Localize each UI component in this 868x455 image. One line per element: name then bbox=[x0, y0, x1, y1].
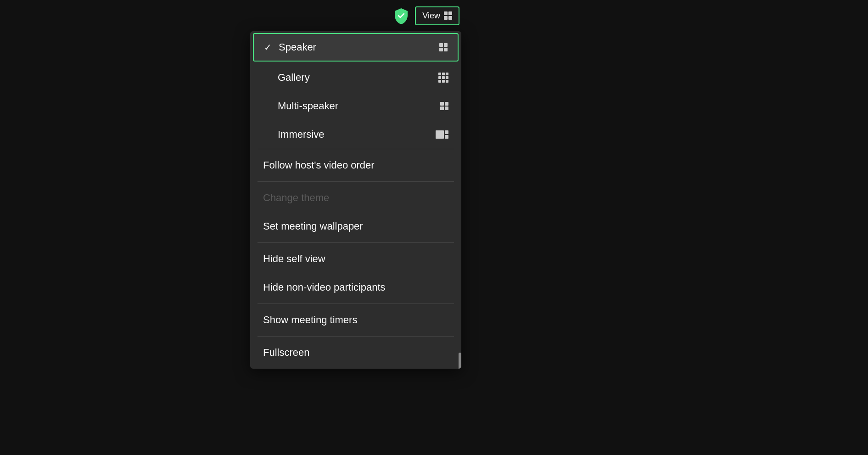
menu-item-speaker-label: Speaker bbox=[279, 41, 316, 53]
menu-item-immersive[interactable]: ✓ Immersive bbox=[250, 120, 461, 149]
menu-item-change-theme-label: Change theme bbox=[263, 192, 329, 204]
view-grid-icon bbox=[444, 11, 452, 20]
view-section: Hide self view Hide non-video participan… bbox=[250, 243, 461, 303]
menu-item-speaker-left: ✓ Speaker bbox=[264, 41, 316, 53]
menu-item-hide-self-left: Hide self view bbox=[263, 253, 325, 265]
menu-item-follow-host-label: Follow host's video order bbox=[263, 159, 375, 171]
menu-item-speaker[interactable]: ✓ Speaker bbox=[253, 33, 459, 62]
check-icon: ✓ bbox=[264, 42, 273, 53]
menu-item-immersive-label: Immersive bbox=[278, 129, 324, 140]
menu-item-fullscreen[interactable]: Fullscreen bbox=[250, 338, 461, 367]
top-right-controls: View bbox=[391, 6, 459, 26]
menu-item-fullscreen-label: Fullscreen bbox=[263, 347, 309, 359]
menu-item-change-theme: Change theme bbox=[250, 184, 461, 212]
menu-item-gallery-label: Gallery bbox=[278, 72, 310, 84]
menu-item-follow-host[interactable]: Follow host's video order bbox=[250, 151, 461, 180]
menu-item-gallery[interactable]: ✓ Gallery bbox=[250, 63, 461, 92]
gallery-icon bbox=[438, 73, 448, 83]
menu-item-timers-label: Show meeting timers bbox=[263, 314, 357, 326]
menu-item-multi-speaker[interactable]: ✓ Multi-speaker bbox=[250, 92, 461, 120]
view-button-label: View bbox=[422, 11, 440, 21]
menu-item-timers-left: Show meeting timers bbox=[263, 314, 357, 326]
menu-item-follow-host-left: Follow host's video order bbox=[263, 159, 375, 171]
menu-item-gallery-left: ✓ Gallery bbox=[263, 72, 310, 84]
menu-item-fullscreen-left: Fullscreen bbox=[263, 347, 309, 359]
shield-icon bbox=[393, 7, 409, 24]
scrollbar[interactable] bbox=[459, 353, 461, 369]
shield-icon-wrapper bbox=[391, 6, 411, 26]
menu-item-show-meeting-timers[interactable]: Show meeting timers bbox=[250, 306, 461, 334]
view-dropdown-menu: ✓ Speaker ✓ Gallery ✓ bbox=[250, 31, 461, 369]
menu-item-hide-non-video-label: Hide non-video participants bbox=[263, 281, 386, 293]
menu-item-hide-non-video[interactable]: Hide non-video participants bbox=[250, 273, 461, 302]
fullscreen-section: Fullscreen bbox=[250, 337, 461, 369]
menu-item-set-wallpaper-left: Set meeting wallpaper bbox=[263, 220, 363, 232]
view-button[interactable]: View bbox=[415, 6, 459, 25]
menu-item-multi-label: Multi-speaker bbox=[278, 100, 338, 112]
menu-item-multi-left: ✓ Multi-speaker bbox=[263, 100, 338, 112]
menu-item-immersive-left: ✓ Immersive bbox=[263, 129, 324, 140]
menu-item-hide-self-label: Hide self view bbox=[263, 253, 325, 265]
immersive-icon bbox=[436, 130, 448, 139]
theme-section: Change theme Set meeting wallpaper bbox=[250, 182, 461, 242]
menu-item-change-theme-left: Change theme bbox=[263, 192, 329, 204]
multi-speaker-icon bbox=[440, 102, 448, 110]
follow-host-section: Follow host's video order bbox=[250, 149, 461, 181]
menu-item-hide-non-video-left: Hide non-video participants bbox=[263, 281, 386, 293]
menu-item-set-wallpaper-label: Set meeting wallpaper bbox=[263, 220, 363, 232]
timers-section: Show meeting timers bbox=[250, 304, 461, 336]
speaker-icon bbox=[439, 43, 448, 51]
menu-item-set-wallpaper[interactable]: Set meeting wallpaper bbox=[250, 212, 461, 241]
menu-item-hide-self-view[interactable]: Hide self view bbox=[250, 245, 461, 273]
